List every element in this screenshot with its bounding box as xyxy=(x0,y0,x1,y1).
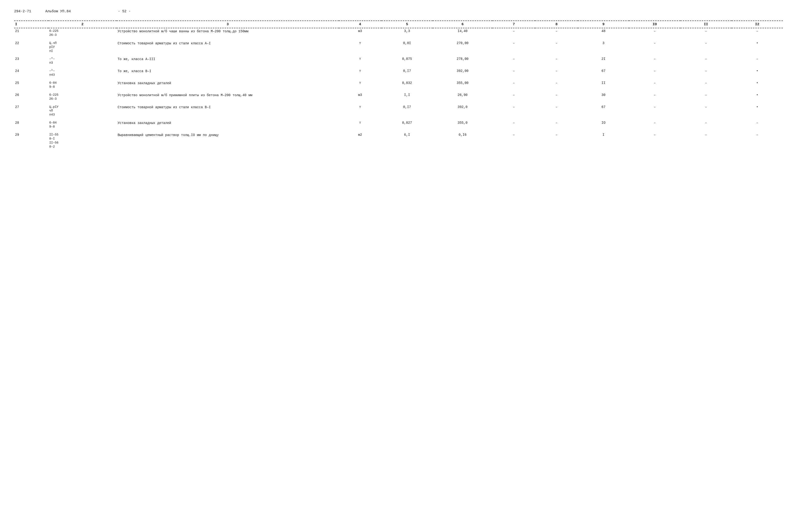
row-col10: – xyxy=(629,119,680,130)
row-col12: • xyxy=(732,79,783,90)
table-row: 27Ц.рIУ чП п43Стоимость товарной арматур… xyxy=(14,103,783,118)
row-col7: – xyxy=(492,119,535,130)
row-col5: 0,032 xyxy=(381,79,433,90)
row-desc: Установка закладных деталей xyxy=(116,119,339,130)
col-header-9: 9 xyxy=(578,21,629,28)
row-col5: 0,075 xyxy=(381,55,433,66)
row-num: 26 xyxy=(14,92,48,102)
row-col5: I,I xyxy=(381,92,433,102)
row-col7: – xyxy=(492,28,535,38)
row-unit: т xyxy=(339,55,381,66)
row-col11: – xyxy=(681,55,732,66)
row-desc: Стоимость товарной арматуры из стали кла… xyxy=(116,40,339,54)
row-unit: м2 xyxy=(339,131,381,150)
table-row: 23–"– п3То же, класса А–IIIт0,075278,00–… xyxy=(14,55,783,66)
row-col5: 3,3 xyxy=(381,28,433,38)
row-num: 28 xyxy=(14,119,48,130)
row-col11: – xyxy=(681,103,732,118)
col-header-4: 4 xyxy=(339,21,381,28)
col-header-3: 3 xyxy=(116,21,339,28)
col-header-1: I xyxy=(14,21,48,28)
row-col9: IO xyxy=(578,119,629,130)
row-code: 6–225 26–3 xyxy=(48,28,117,38)
table-row: 266–225 26–3Устройство монолитной м/б пр… xyxy=(14,92,783,102)
row-col8: – xyxy=(535,68,578,78)
row-col8: – xyxy=(535,103,578,118)
row-col10: – xyxy=(629,28,680,38)
row-num: 25 xyxy=(14,79,48,90)
row-col10: – xyxy=(629,79,680,90)
table-row: 24–"– п43То же, класса В–Iт0,I7392,00––6… xyxy=(14,68,783,78)
row-col7: – xyxy=(492,55,535,66)
row-col12: – xyxy=(732,119,783,130)
row-col6: 355,00 xyxy=(433,79,492,90)
row-desc: Устройство монолитной м/б чаши ванны из … xyxy=(116,28,339,38)
row-col8: – xyxy=(535,119,578,130)
row-col10: – xyxy=(629,92,680,102)
row-col8: – xyxy=(535,131,578,150)
row-unit: т xyxy=(339,103,381,118)
row-col6: 26,90 xyxy=(433,92,492,102)
row-unit: м3 xyxy=(339,28,381,38)
main-table: I 2 3 4 5 6 7 8 9 IO II I2 216–225 26–3У… xyxy=(14,20,783,150)
row-num: 29 xyxy=(14,131,48,150)
row-col11: – xyxy=(681,119,732,130)
row-unit: т xyxy=(339,68,381,78)
row-desc: Установка закладных деталей xyxy=(116,79,339,90)
row-col5: 0,0I xyxy=(381,40,433,54)
page-number: - 52 - xyxy=(118,10,131,14)
row-col6: 355,0 xyxy=(433,119,492,130)
row-col9: 30 xyxy=(578,92,629,102)
row-col6: 278,00 xyxy=(433,55,492,66)
table-row: 286–84 9–8Установка закладных деталейт0,… xyxy=(14,119,783,130)
row-col7: – xyxy=(492,40,535,54)
col-header-8: 8 xyxy=(535,21,578,28)
col-header-12: I2 xyxy=(732,21,783,28)
row-col6: I4,40 xyxy=(433,28,492,38)
row-code: 6–84 9–8 xyxy=(48,119,117,130)
row-col7: – xyxy=(492,92,535,102)
row-col8: – xyxy=(535,79,578,90)
row-col11: – xyxy=(681,40,732,54)
row-col7: – xyxy=(492,131,535,150)
row-col12: • xyxy=(732,103,783,118)
header: 294-2-71 Альбом УП.84 - 52 - xyxy=(14,10,783,14)
row-col12: • xyxy=(732,40,783,54)
row-code: –"– п3 xyxy=(48,55,117,66)
row-col12: • xyxy=(732,68,783,78)
row-desc: Устройство монолитной м/б прижимной плит… xyxy=(116,92,339,102)
table-row: 216–225 26–3Устройство монолитной м/б ча… xyxy=(14,28,783,38)
row-col10: – xyxy=(629,68,680,78)
row-num: 21 xyxy=(14,28,48,38)
row-col6: 0,I6 xyxy=(433,131,492,150)
row-code: II–55 8–I II–56 8–2 xyxy=(48,131,117,150)
col-header-11: II xyxy=(681,21,732,28)
row-col7: – xyxy=(492,79,535,90)
row-col10: – xyxy=(629,103,680,118)
row-desc: Выравнивающий цементный раствор толщ.IO … xyxy=(116,131,339,150)
row-col11: – xyxy=(681,79,732,90)
row-col5: 0,I7 xyxy=(381,103,433,118)
row-unit: т xyxy=(339,79,381,90)
col-header-6: 6 xyxy=(433,21,492,28)
row-col9: II xyxy=(578,79,629,90)
row-col5: 6,I xyxy=(381,131,433,150)
row-col9: 67 xyxy=(578,68,629,78)
row-unit: м3 xyxy=(339,92,381,102)
row-col11: – xyxy=(681,131,732,150)
row-col5: 0,I7 xyxy=(381,68,433,78)
row-desc: То же, класса А–III xyxy=(116,55,339,66)
row-col10: – xyxy=(629,55,680,66)
column-header-row: I 2 3 4 5 6 7 8 9 IO II I2 xyxy=(14,21,783,28)
row-col12: • xyxy=(732,92,783,102)
col-header-5: 5 xyxy=(381,21,433,28)
row-col7: – xyxy=(492,68,535,78)
row-col6: 270,00 xyxy=(433,40,492,54)
row-desc: То же, класса В–I xyxy=(116,68,339,78)
row-num: 24 xyxy=(14,68,48,78)
row-col12: – xyxy=(732,131,783,150)
row-col11: – xyxy=(681,28,732,38)
col-header-10: IO xyxy=(629,21,680,28)
row-col8: – xyxy=(535,40,578,54)
table-row: 256–84 9–8Установка закладных деталейт0,… xyxy=(14,79,783,90)
